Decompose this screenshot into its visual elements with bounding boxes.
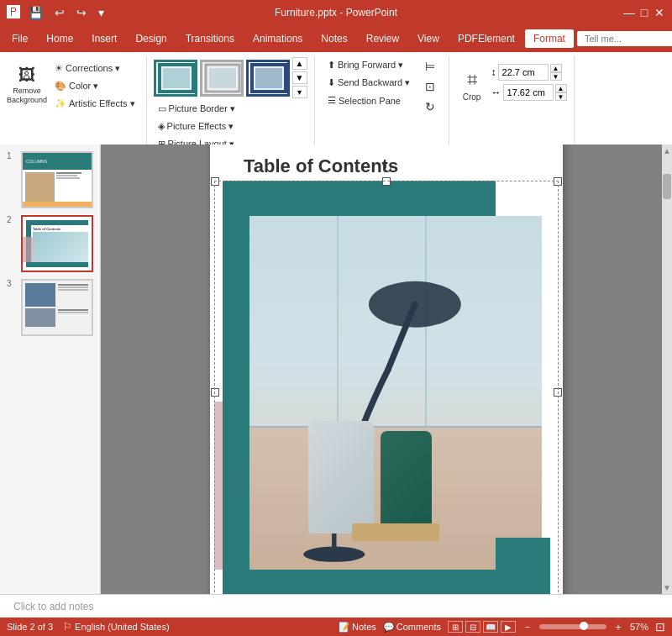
picture-effects-button[interactable]: ◈ Picture Effects ▾ bbox=[154, 118, 239, 134]
bring-forward-button[interactable]: ⬆ Bring Forward ▾ bbox=[323, 57, 414, 73]
menu-transitions[interactable]: Transitions bbox=[177, 29, 243, 48]
menu-home[interactable]: Home bbox=[38, 29, 81, 48]
color-button[interactable]: 🎨 Color ▾ bbox=[50, 78, 139, 94]
vertical-scrollbar[interactable]: ▲ ▼ bbox=[662, 145, 672, 594]
slide-info: Slide 2 of 3 bbox=[7, 622, 53, 632]
qa-undo[interactable]: ↩ bbox=[51, 4, 68, 21]
zoom-out-button[interactable]: － bbox=[522, 620, 533, 634]
furniture-area bbox=[308, 392, 454, 534]
zoom-thumb[interactable] bbox=[580, 622, 588, 630]
scroll-up-button[interactable]: ▲ bbox=[661, 145, 672, 157]
menu-design[interactable]: Design bbox=[127, 29, 175, 48]
artistic-effects-button[interactable]: ✨ Artistic Effects ▾ bbox=[50, 96, 139, 112]
slide-thumbnail-3[interactable] bbox=[21, 279, 93, 336]
fit-slide-button[interactable]: ⊡ bbox=[655, 620, 665, 633]
arrange-content: ⬆ Bring Forward ▾ ⬇ Send Backward ▾ ☰ Se… bbox=[323, 57, 439, 152]
reading-view-button[interactable]: 📖 bbox=[483, 621, 498, 633]
group-button[interactable]: ⊡ bbox=[421, 77, 439, 96]
slide-canvas: Table of Contents bbox=[210, 145, 563, 594]
title-bar-left: 🅿 💾 ↩ ↪ ▾ bbox=[7, 4, 108, 21]
menu-pdfelement[interactable]: PDFElement bbox=[449, 29, 523, 48]
qa-redo[interactable]: ↪ bbox=[73, 4, 90, 21]
normal-view-button[interactable]: ⊞ bbox=[448, 621, 463, 633]
slide-sorter-button[interactable]: ⊟ bbox=[465, 621, 480, 633]
slide-number-1: 1 bbox=[7, 151, 17, 160]
style-swatch-2[interactable] bbox=[200, 60, 244, 97]
remove-bg-icon: 🖼 bbox=[18, 66, 35, 85]
menu-slideshow[interactable]: Notes bbox=[312, 29, 355, 48]
slide-number-3: 3 bbox=[7, 279, 17, 288]
size-inputs: ↕ ▲ ▼ ↔ ▲ ▼ bbox=[491, 57, 567, 101]
swatch-more-button[interactable]: ▾ bbox=[292, 86, 307, 98]
close-button[interactable]: ✕ bbox=[654, 7, 665, 18]
app-icon: 🅿 bbox=[7, 5, 20, 20]
remove-background-button[interactable]: 🖼 RemoveBackground bbox=[7, 57, 47, 113]
width-down-button[interactable]: ▼ bbox=[555, 92, 567, 101]
swatch-next-button[interactable]: ▼ bbox=[292, 71, 307, 84]
svg-rect-8 bbox=[255, 68, 282, 88]
arrange-column: ⬆ Bring Forward ▾ ⬇ Send Backward ▾ ☰ Se… bbox=[323, 57, 414, 108]
bring-forward-label: Bring Forward ▾ bbox=[338, 60, 403, 71]
handle-tr bbox=[554, 177, 562, 186]
slide-thumb-2[interactable]: 2 Table of Contents bbox=[7, 215, 93, 272]
align-button[interactable]: ⊨ bbox=[421, 57, 439, 76]
width-up-button[interactable]: ▲ bbox=[555, 84, 567, 92]
crop-button[interactable]: ⌗ Crop bbox=[456, 57, 488, 113]
maximize-button[interactable]: □ bbox=[638, 7, 650, 18]
slide-area[interactable]: Table of Contents bbox=[101, 145, 672, 594]
menu-insert[interactable]: Insert bbox=[83, 29, 125, 48]
style-swatch-1[interactable] bbox=[154, 60, 197, 97]
send-backward-button[interactable]: ⬇ Send Backward ▾ bbox=[323, 75, 414, 91]
swatch-prev-button[interactable]: ▲ bbox=[292, 57, 307, 70]
arrange-right: ⊨ ⊡ ↻ bbox=[421, 57, 439, 116]
svg-rect-5 bbox=[209, 68, 236, 88]
menu-format[interactable]: Format bbox=[525, 29, 574, 48]
menu-animations[interactable]: Animations bbox=[244, 29, 311, 48]
selection-pane-button[interactable]: ☰ Selection Pane bbox=[323, 92, 414, 108]
menu-bar: File Home Insert Design Transitions Anim… bbox=[0, 25, 672, 52]
menu-view[interactable]: View bbox=[409, 29, 448, 48]
comments-toggle-button[interactable]: 💬 Comments bbox=[383, 622, 441, 633]
zoom-level[interactable]: 57% bbox=[630, 622, 648, 632]
artistic-label: Artistic Effects ▾ bbox=[69, 98, 135, 109]
rotate-button[interactable]: ↻ bbox=[421, 97, 439, 116]
zoom-slider[interactable] bbox=[539, 624, 606, 629]
crop-icon: ⌗ bbox=[467, 69, 477, 91]
menu-file[interactable]: File bbox=[3, 29, 36, 48]
slideshow-button[interactable]: ▶ bbox=[501, 621, 516, 633]
width-row: ↔ ▲ ▼ bbox=[491, 84, 567, 101]
slide-thumb-3[interactable]: 3 bbox=[7, 279, 93, 336]
scrollbar-thumb[interactable] bbox=[663, 174, 671, 199]
main-area: 1 COLUMNS 2 bbox=[0, 145, 672, 594]
qa-save[interactable]: 💾 bbox=[25, 4, 46, 21]
notes-toggle-button[interactable]: 📝 Notes bbox=[339, 622, 376, 633]
slide-thumb-1[interactable]: 1 COLUMNS bbox=[7, 151, 93, 208]
adjust-column: ☀ Corrections ▾ 🎨 Color ▾ ✨ Artistic Eff… bbox=[50, 57, 139, 112]
slide-title[interactable]: Table of Contents bbox=[244, 155, 398, 177]
corrections-button[interactable]: ☀ Corrections ▾ bbox=[50, 60, 139, 76]
height-row: ↕ ▲ ▼ bbox=[491, 64, 567, 81]
slide-thumbnail-2[interactable]: Table of Contents bbox=[21, 215, 93, 272]
view-buttons: ⊞ ⊟ 📖 ▶ bbox=[448, 621, 516, 633]
swatch-preview-1 bbox=[156, 61, 195, 95]
slide-thumbnail-1[interactable]: COLUMNS bbox=[21, 151, 93, 208]
style-swatch-3[interactable] bbox=[246, 60, 290, 97]
picture-border-button[interactable]: ▭ Picture Border ▾ bbox=[154, 101, 239, 117]
height-down-button[interactable]: ▼ bbox=[550, 72, 562, 81]
table-surface bbox=[352, 523, 439, 541]
qa-more[interactable]: ▾ bbox=[95, 4, 108, 21]
swatch-preview-3 bbox=[249, 61, 287, 95]
tell-me-input[interactable] bbox=[577, 31, 672, 46]
notes-placeholder[interactable]: Click to add notes bbox=[13, 601, 93, 612]
minimize-button[interactable]: — bbox=[623, 7, 635, 18]
notes-bar[interactable]: Click to add notes bbox=[0, 594, 672, 618]
status-right: 📝 Notes 💬 Comments ⊞ ⊟ 📖 ▶ － ＋ 57% ⊡ bbox=[339, 620, 665, 634]
menu-review[interactable]: Review bbox=[358, 29, 407, 48]
height-input[interactable] bbox=[498, 64, 549, 81]
height-up-button[interactable]: ▲ bbox=[550, 64, 562, 72]
swatch-preview-2 bbox=[202, 61, 241, 95]
width-input[interactable] bbox=[503, 84, 554, 101]
scroll-down-button[interactable]: ▼ bbox=[661, 581, 672, 594]
selection-label: Selection Pane bbox=[339, 96, 401, 106]
zoom-in-button[interactable]: ＋ bbox=[613, 620, 623, 634]
